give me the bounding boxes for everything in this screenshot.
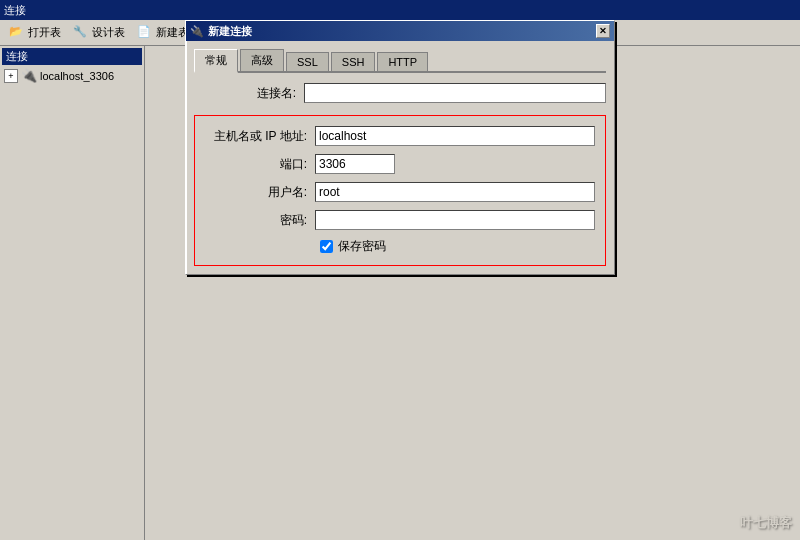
save-password-checkbox[interactable] <box>320 240 333 253</box>
host-row: 主机名或 IP 地址: <box>205 126 595 146</box>
tab-ssl-label: SSL <box>297 56 318 68</box>
connection-name-row: 连接名: <box>194 83 606 103</box>
tab-general[interactable]: 常规 <box>194 49 238 73</box>
username-input[interactable] <box>315 182 595 202</box>
port-label: 端口: <box>205 156 315 173</box>
tab-ssl[interactable]: SSL <box>286 52 329 71</box>
password-row: 密码: <box>205 210 595 230</box>
dialog-body: 常规 高级 SSL SSH HTTP 连接名: <box>186 41 614 274</box>
save-password-label: 保存密码 <box>338 238 386 255</box>
port-row: 端口: <box>205 154 595 174</box>
form-section: 主机名或 IP 地址: 端口: 用户名: 密码: <box>194 115 606 266</box>
host-input[interactable] <box>315 126 595 146</box>
tab-http-label: HTTP <box>388 56 417 68</box>
tab-advanced-label: 高级 <box>251 54 273 66</box>
host-label: 主机名或 IP 地址: <box>205 128 315 145</box>
tab-general-label: 常规 <box>205 54 227 66</box>
tab-advanced[interactable]: 高级 <box>240 49 284 71</box>
password-label: 密码: <box>205 212 315 229</box>
dialog-title-bar: 🔌 新建连接 ✕ <box>186 21 614 41</box>
tab-http[interactable]: HTTP <box>377 52 428 71</box>
username-label: 用户名: <box>205 184 315 201</box>
port-input[interactable] <box>315 154 395 174</box>
dialog-title-controls: ✕ <box>596 24 610 38</box>
new-connection-dialog: 🔌 新建连接 ✕ 常规 高级 SSL SSH <box>185 20 615 275</box>
connection-name-input[interactable] <box>304 83 606 103</box>
tab-ssh-label: SSH <box>342 56 365 68</box>
dialog-title-text: 新建连接 <box>208 24 252 39</box>
username-row: 用户名: <box>205 182 595 202</box>
dialog-close-button[interactable]: ✕ <box>596 24 610 38</box>
connection-name-label: 连接名: <box>194 85 304 102</box>
password-input[interactable] <box>315 210 595 230</box>
save-password-row: 保存密码 <box>205 238 595 255</box>
tab-ssh[interactable]: SSH <box>331 52 376 71</box>
dialog-tabs: 常规 高级 SSL SSH HTTP <box>194 49 606 73</box>
modal-overlay: 🔌 新建连接 ✕ 常规 高级 SSL SSH <box>0 0 800 540</box>
dialog-title-icon: 🔌 <box>190 25 204 38</box>
